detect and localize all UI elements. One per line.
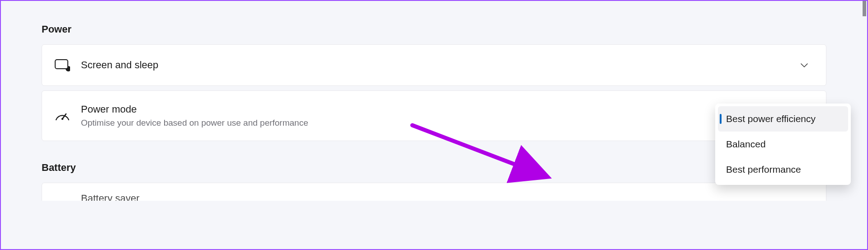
card-text: Screen and sleep xyxy=(81,59,799,71)
power-mode-title: Power mode xyxy=(81,104,810,115)
svg-rect-0 xyxy=(55,60,68,69)
screen-and-sleep-row[interactable]: Screen and sleep xyxy=(42,44,826,86)
power-mode-dropdown[interactable]: Best power efficiency Balanced Best perf… xyxy=(715,104,851,185)
scrollbar-track[interactable] xyxy=(863,1,866,249)
power-mode-subtitle: Optimise your device based on power use … xyxy=(81,118,810,128)
battery-saver-row[interactable]: Battery saver xyxy=(42,183,826,201)
power-mode-icon xyxy=(55,110,75,122)
scrollbar-thumb[interactable] xyxy=(863,1,866,16)
section-heading-battery: Battery xyxy=(42,162,826,174)
chevron-down-icon xyxy=(799,60,810,71)
card-text: Power mode Optimise your device based on… xyxy=(81,104,810,128)
dropdown-option-best-performance[interactable]: Best performance xyxy=(718,157,848,182)
dropdown-option-balanced[interactable]: Balanced xyxy=(718,132,848,157)
battery-saver-title: Battery saver xyxy=(81,193,810,201)
section-heading-power: Power xyxy=(42,24,826,35)
power-mode-row[interactable]: Power mode Optimise your device based on… xyxy=(42,90,826,141)
screen-and-sleep-title: Screen and sleep xyxy=(81,59,799,71)
card-text: Battery saver xyxy=(81,193,810,201)
svg-point-2 xyxy=(61,118,63,120)
dropdown-option-best-power-efficiency[interactable]: Best power efficiency xyxy=(718,106,848,132)
screen-sleep-icon xyxy=(55,59,75,71)
